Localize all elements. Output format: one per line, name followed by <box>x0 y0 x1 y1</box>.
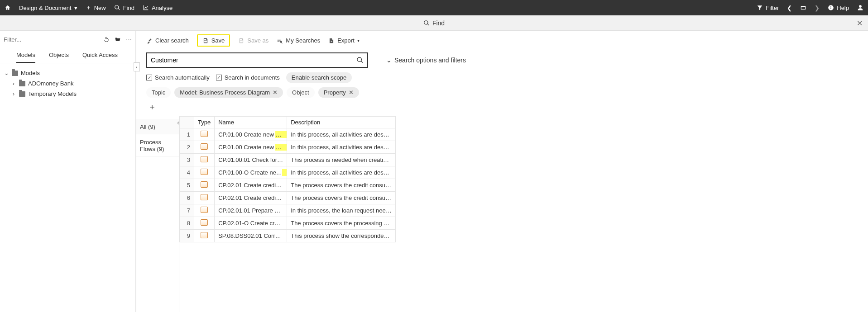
col-header-desc[interactable]: Description <box>287 117 396 128</box>
open-folder-icon[interactable] <box>114 36 121 44</box>
collapse-facets-icon[interactable]: ‹ <box>177 119 179 126</box>
table-row[interactable]: 2CP.01.00 Create new custo…In this proce… <box>180 141 396 154</box>
row-type-icon <box>194 141 215 154</box>
row-name[interactable]: SP.08.DSS02.01 Correspon… <box>215 230 287 242</box>
collapse-left-icon[interactable]: ‹ <box>134 62 140 71</box>
analyse-button[interactable]: Analyse <box>143 5 173 11</box>
chip-property[interactable]: Property ✕ <box>318 87 359 98</box>
row-desc: In this process, all activities are desc… <box>287 166 396 179</box>
facet-all[interactable]: All (9) <box>136 119 179 134</box>
analyse-label: Analyse <box>152 5 173 11</box>
search-icon[interactable] <box>356 57 364 64</box>
nav-prev-icon[interactable]: ❮ <box>787 5 792 11</box>
export-label: Export <box>337 37 355 44</box>
save-as-button: Save as <box>238 37 269 44</box>
app-menu[interactable]: Design & Document ▾ <box>19 5 77 11</box>
chevron-down-icon[interactable]: ⌄ <box>4 70 9 76</box>
table-row[interactable]: 1CP.01.00 Create new custo…In this proce… <box>180 128 396 141</box>
search-options-toggle[interactable]: ⌄ Search options and filters <box>386 57 466 64</box>
clear-search-button[interactable]: Clear search <box>146 37 189 44</box>
facet-process-flows[interactable]: Process Flows (9) <box>136 134 179 156</box>
row-name[interactable]: CP.02.01.01 Prepare credit r… <box>215 204 287 217</box>
find-button[interactable]: Find <box>114 5 134 11</box>
filter-button[interactable]: Filter <box>757 5 779 11</box>
tree-item[interactable]: ›ADOmoney Bank <box>4 78 132 89</box>
row-type-icon <box>194 166 215 179</box>
check-docs-label: Search in documents <box>225 74 280 81</box>
row-number: 3 <box>180 154 194 166</box>
table-row[interactable]: 7CP.02.01.01 Prepare credit r…In this pr… <box>180 204 396 217</box>
enable-scope-button[interactable]: Enable search scope <box>286 72 352 83</box>
chip-object[interactable]: Object <box>287 87 315 98</box>
tree-item-label: Temporary Models <box>28 90 77 97</box>
check-auto-label: Search automatically <box>155 74 210 81</box>
chip-remove-icon[interactable]: ✕ <box>273 89 278 96</box>
row-name[interactable]: CP.02.01-O Create credit ap… <box>215 217 287 230</box>
col-header-type[interactable]: Type <box>194 117 215 128</box>
row-type-icon <box>194 230 215 242</box>
tree-item[interactable]: ›Temporary Models <box>4 89 132 99</box>
nav-filter-input[interactable] <box>4 34 101 45</box>
results-table: Type Name Description 1CP.01.00 Create n… <box>179 116 868 312</box>
chip-model[interactable]: Model: Business Process Diagram ✕ <box>174 87 283 98</box>
new-button[interactable]: ＋ New <box>86 4 106 12</box>
chip-topic[interactable]: Topic <box>146 87 171 98</box>
col-header-blank <box>180 117 194 128</box>
folder-icon <box>19 81 25 86</box>
search-input[interactable] <box>151 57 356 64</box>
tree-root-label: Models <box>21 70 40 76</box>
row-number: 4 <box>180 166 194 179</box>
col-header-name[interactable]: Name <box>215 117 287 128</box>
home-icon[interactable] <box>5 5 11 11</box>
chart-icon <box>143 5 149 11</box>
filter-chip-row: Topic Model: Business Process Diagram ✕ … <box>136 85 868 100</box>
nav-next-icon[interactable]: ❯ <box>815 5 820 11</box>
add-filter-button[interactable]: ＋ <box>136 100 868 116</box>
chevron-down-icon: ▾ <box>357 38 360 43</box>
chevron-right-icon[interactable]: › <box>11 90 16 97</box>
table-row[interactable]: 8CP.02.01-O Create credit ap…The process… <box>180 217 396 230</box>
table-row[interactable]: 5CP.02.01 Create credit appli…The proces… <box>180 179 396 192</box>
close-icon[interactable]: ✕ <box>857 19 863 28</box>
tab-models[interactable]: Models <box>16 52 35 63</box>
row-name[interactable]: CP.01.00 Create new custo… <box>215 141 287 154</box>
list-search-icon <box>277 38 283 44</box>
row-type-icon <box>194 192 215 204</box>
more-icon[interactable]: ⋯ <box>126 36 132 44</box>
chevron-down-icon: ▾ <box>74 5 77 11</box>
user-icon[interactable] <box>857 5 863 11</box>
check-search-docs[interactable]: ✓ Search in documents <box>216 74 280 81</box>
tab-objects[interactable]: Objects <box>49 52 69 63</box>
export-icon <box>328 38 335 44</box>
row-name[interactable]: CP.02.01 Create credit appli… <box>215 179 287 192</box>
chevron-down-icon: ⌄ <box>386 57 392 64</box>
chip-remove-icon[interactable]: ✕ <box>349 89 354 96</box>
row-number: 5 <box>180 179 194 192</box>
table-row[interactable]: 4CP.01.00-O Create new cust…In this proc… <box>180 166 396 179</box>
row-name[interactable]: CP.02.01 Create credit appli… <box>215 192 287 204</box>
window-icon[interactable] <box>800 5 806 11</box>
row-desc: This process is needed when creating new… <box>287 154 396 166</box>
funnel-icon <box>757 5 763 11</box>
save-button[interactable]: Save <box>197 34 230 47</box>
row-desc: In this process, the loan request needs … <box>287 204 396 217</box>
help-button[interactable]: Help <box>828 5 849 11</box>
table-row[interactable]: 6CP.02.01 Create credit appli…The proces… <box>180 192 396 204</box>
check-search-auto[interactable]: ✓ Search automatically <box>146 74 210 81</box>
find-label: Find <box>123 5 134 11</box>
my-searches-button[interactable]: My Searches <box>277 37 320 44</box>
row-name[interactable]: CP.01.00-O Create new cust… <box>215 166 287 179</box>
tab-quick-access[interactable]: Quick Access <box>82 52 118 63</box>
folder-icon <box>19 91 25 97</box>
refresh-icon[interactable] <box>103 36 110 44</box>
row-name[interactable]: CP.01.00 Create new custo… <box>215 128 287 141</box>
main-area: ⋯ Models Objects Quick Access ⌄ Models ›… <box>0 31 868 312</box>
find-toolbar: Clear search Save Save as My Searches Ex… <box>136 31 868 50</box>
row-name[interactable]: CP.01.00.01 Check for conn… <box>215 154 287 166</box>
table-row[interactable]: 3CP.01.00.01 Check for conn…This process… <box>180 154 396 166</box>
table-row[interactable]: 9SP.08.DSS02.01 Correspon…This process s… <box>180 230 396 242</box>
tree-root[interactable]: ⌄ Models <box>4 68 132 78</box>
chevron-right-icon[interactable]: › <box>11 80 16 87</box>
export-button[interactable]: Export ▾ <box>328 37 360 44</box>
row-number: 8 <box>180 217 194 230</box>
